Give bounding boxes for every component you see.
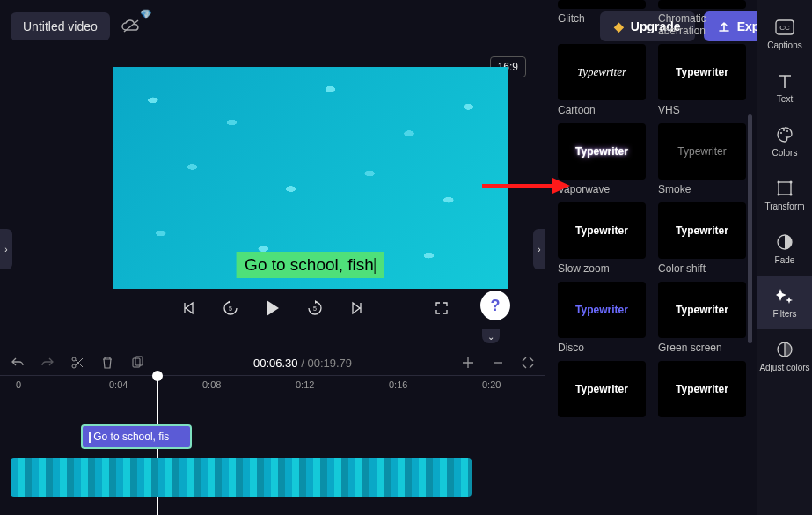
rail-label: Colors [772,148,798,158]
clip-handle-icon[interactable]: || [88,430,90,443]
rail-text[interactable]: Text [757,61,812,114]
filter-item[interactable]: TypewriterVHS [658,44,746,116]
timeline-toolbar: 00:06.30 / 00:19.79 [0,350,545,375]
svg-point-3 [72,357,76,361]
filter-item[interactable]: TypewriterSmoke [658,123,746,195]
rewind-5-icon[interactable]: 5 [222,299,239,317]
svg-text:5: 5 [229,305,232,312]
play-button[interactable] [264,299,282,317]
filter-thumbnail[interactable] [658,0,746,9]
svg-point-15 [778,181,780,184]
filter-item[interactable]: TypewriterVaporwave [558,123,646,195]
filter-label: Slow zoom [558,262,646,275]
split-icon[interactable] [70,356,84,370]
rail-fade[interactable]: Fade [757,222,812,276]
project-title[interactable]: Untitled video [11,12,110,40]
video-clip[interactable] [11,458,472,497]
captions-icon: CC [775,18,794,37]
svg-point-18 [790,194,793,196]
svg-text:5: 5 [313,305,317,312]
filter-label: Color shift [658,262,746,275]
video-preview[interactable]: Go to school, fish [113,67,508,289]
filters-icon [775,286,794,305]
ruler-mark: 0:16 [389,379,407,390]
collapse-preview-icon[interactable]: ⌄ [482,329,500,343]
filter-label: Smoke [658,183,746,195]
filter-item[interactable]: TypewriterGreen screen [658,282,746,354]
forward-5-icon[interactable]: 5 [306,299,324,317]
svg-point-17 [778,194,780,196]
filter-thumbnail[interactable]: Typewriter [558,44,646,100]
filter-label: Vaporwave [558,183,646,195]
filter-thumbnail[interactable]: Typewriter [558,123,646,180]
filter-label: Green screen [658,342,746,354]
zoom-out-icon[interactable] [491,356,505,370]
redo-icon[interactable] [40,356,55,370]
svg-point-11 [780,132,782,134]
rail-filters[interactable]: Filters [757,276,812,329]
text-clip[interactable]: || Go to school, fis [81,424,192,449]
adjust-icon [775,340,794,359]
filter-thumbnail[interactable] [558,0,646,9]
filter-thumbnail[interactable]: Typewriter [558,361,646,417]
filter-item[interactable]: TypewriterSlow zoom [558,202,646,275]
filter-item[interactable]: TypewriterCartoon [558,44,646,116]
svg-text:CC: CC [779,24,790,32]
help-button[interactable]: ? [480,291,510,320]
delete-icon[interactable] [100,356,114,370]
player-controls: 5 5 ? ⌄ [0,299,545,317]
skip-forward-icon[interactable] [348,299,366,317]
filter-item[interactable]: TypewriterDisco [558,282,646,354]
text-clip-label: Go to school, fis [93,430,169,443]
cloud-sync-off-icon[interactable]: 💎 [119,14,143,39]
timeline-tracks: || Go to school, fis [0,396,545,403]
svg-rect-14 [779,182,791,195]
filters-panel: GlitchChromatic aberrationTypewriterCart… [551,0,753,515]
timeline-area: 00:06.30 / 00:19.79 0 0:04 0:08 0:12 0:1… [0,350,545,403]
filter-thumbnail[interactable]: Typewriter [658,202,746,259]
filter-label: Chromatic aberration [658,12,746,37]
rail-adjust[interactable]: Adjust colors [757,329,812,383]
ruler-mark: 0:20 [482,379,501,390]
rail-label: Adjust colors [759,363,809,372]
add-track-icon[interactable] [461,356,475,370]
filter-thumbnail[interactable]: Typewriter [658,361,746,417]
rail-label: Captions [767,40,801,50]
duplicate-icon[interactable] [130,356,144,370]
filter-item[interactable]: Chromatic aberration [658,0,746,37]
filters-scrollbar[interactable] [748,114,752,343]
ruler-mark: 0:08 [202,379,221,390]
filter-item[interactable]: Glitch [558,0,646,37]
rail-label: Transform [764,202,804,211]
filter-item[interactable]: TypewriterColor shift [658,202,746,275]
svg-point-4 [72,364,76,368]
filter-thumbnail[interactable]: Typewriter [658,44,746,100]
svg-point-13 [786,130,788,132]
filter-label: VHS [658,104,746,116]
rail-colors[interactable]: Colors [757,114,812,168]
text-icon [775,71,794,91]
timeline-ruler[interactable]: 0 0:04 0:08 0:12 0:16 0:20 [0,375,545,396]
right-rail: CCCaptionsTextColorsTransformFadeFilters… [757,0,812,515]
filter-thumbnail[interactable]: Typewriter [658,282,746,338]
caption-text-overlay[interactable]: Go to school, fish [236,252,384,278]
filter-item[interactable]: Typewriter [558,361,646,421]
filter-thumbnail[interactable]: Typewriter [558,202,646,259]
fit-zoom-icon[interactable] [521,356,535,370]
skip-back-icon[interactable] [179,299,197,317]
undo-icon[interactable] [11,356,25,370]
rail-captions[interactable]: CCCaptions [757,7,812,61]
rail-label: Text [777,94,793,104]
filter-item[interactable]: Typewriter [658,361,746,421]
filter-label: Glitch [558,12,646,25]
filter-thumbnail[interactable]: Typewriter [658,123,746,180]
svg-point-16 [790,181,793,184]
ruler-mark: 0 [16,379,21,390]
fade-icon [775,232,794,252]
fullscreen-icon[interactable] [433,299,450,317]
stage-area: › › 16:9 Go to school, fish 5 5 ? ⌄ [0,53,545,317]
filter-label: Cartoon [558,104,646,116]
transform-icon [775,179,794,198]
filter-thumbnail[interactable]: Typewriter [558,282,646,338]
rail-transform[interactable]: Transform [757,168,812,222]
